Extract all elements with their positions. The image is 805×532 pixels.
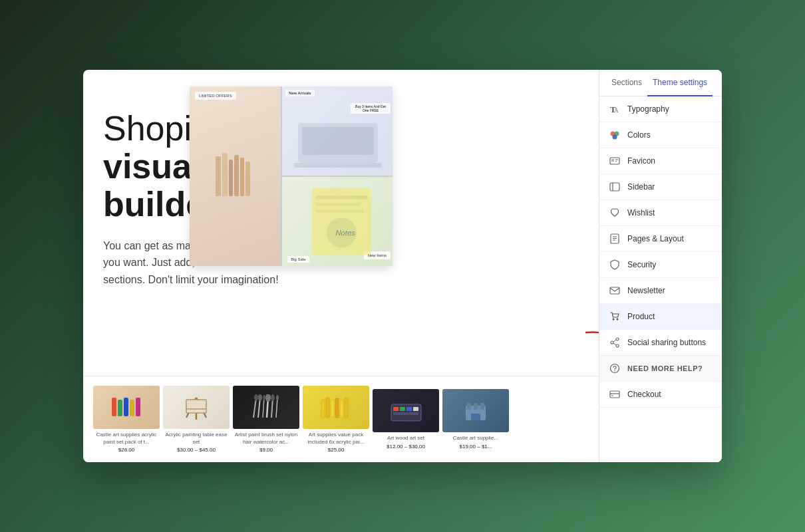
- panel-item-social-sharing[interactable]: Social sharing buttons: [599, 330, 722, 356]
- product-image-1: [93, 386, 160, 429]
- sidebar-icon: [609, 181, 621, 193]
- product-title-6: Castle art supplie...: [442, 435, 509, 442]
- product-label: Product: [627, 312, 655, 321]
- svg-rect-40: [331, 400, 334, 417]
- checkout-label: Checkout: [627, 390, 661, 399]
- product-price-4: $25.00: [303, 447, 369, 453]
- svg-line-28: [263, 398, 264, 418]
- tab-theme-settings[interactable]: Theme settings: [647, 70, 713, 96]
- svg-rect-12: [316, 209, 365, 212]
- colors-icon: [609, 129, 621, 141]
- svg-point-78: [611, 364, 619, 373]
- product-card-3[interactable]: Artist paint brush set nylon hair waterc…: [233, 386, 299, 453]
- svg-rect-7: [302, 127, 374, 155]
- laptop-illustration: [282, 86, 393, 176]
- svg-rect-80: [610, 391, 619, 398]
- panel-item-checkout[interactable]: Checkout: [599, 382, 722, 408]
- product-image-6: [442, 389, 509, 432]
- panel-item-colors[interactable]: Colors: [599, 122, 722, 148]
- svg-rect-17: [118, 400, 122, 416]
- wishlist-icon: [609, 207, 621, 219]
- right-panel: Sections Theme settings T A Typography: [599, 70, 722, 462]
- svg-point-35: [265, 394, 271, 402]
- svg-point-75: [616, 344, 619, 347]
- svg-rect-1: [222, 153, 228, 196]
- castle2-icon: [459, 398, 492, 424]
- product-title-2: Acrylic painting table ease set: [163, 432, 230, 446]
- svg-rect-49: [393, 412, 418, 415]
- svg-rect-4: [240, 158, 244, 196]
- collage-top-right: New Arrivals Buy 3 Items And Get One FRE…: [282, 86, 393, 176]
- product-price-5: $12.00 – $30.00: [373, 444, 439, 450]
- svg-rect-52: [474, 403, 478, 410]
- product-title-4: Art supplies value pack included 6x acry…: [303, 432, 369, 446]
- svg-line-77: [613, 343, 616, 345]
- svg-rect-18: [124, 398, 128, 416]
- sidebar-label: Sidebar: [627, 182, 655, 192]
- newsletter-icon: [609, 285, 621, 297]
- product-card-6[interactable]: Castle art supplie... $19.00 – $1...: [442, 389, 509, 449]
- product-icon: [609, 311, 621, 323]
- panel-item-help[interactable]: NEED MORE HELP?: [599, 356, 722, 382]
- products-bar: Castle art supplies acrylic paint set pa…: [83, 376, 599, 462]
- product-card-4[interactable]: Art supplies value pack included 6x acry…: [303, 386, 369, 453]
- art-supplies-illustration: [209, 143, 262, 209]
- svg-point-72: [617, 319, 619, 321]
- product-image-2: [163, 386, 230, 429]
- security-icon: [609, 259, 621, 271]
- svg-rect-47: [406, 407, 412, 411]
- svg-rect-53: [480, 403, 484, 410]
- panel-item-sidebar[interactable]: Sidebar: [599, 174, 722, 200]
- collage-grid: LIMITED OFFERS New Arrivals Buy 3 Items …: [190, 86, 393, 266]
- svg-point-71: [613, 319, 615, 321]
- main-card: Shopify visual builder You can get as ma…: [83, 70, 722, 462]
- svg-rect-51: [467, 403, 471, 410]
- panel-item-product[interactable]: Product: [599, 304, 722, 330]
- social-icon: [609, 336, 621, 348]
- svg-rect-82: [611, 395, 613, 396]
- product-price-3: $9.00: [233, 447, 299, 453]
- tab-sections[interactable]: Sections: [606, 70, 647, 96]
- svg-rect-24: [186, 400, 206, 413]
- product-image-5: [373, 389, 439, 432]
- svg-point-79: [614, 370, 615, 372]
- brushes-icon: [248, 394, 285, 421]
- panel-item-typography[interactable]: T A Typography: [599, 96, 722, 122]
- svg-rect-61: [611, 159, 614, 162]
- product-card-1[interactable]: Castle art supplies acrylic paint set pa…: [93, 386, 160, 453]
- svg-point-34: [263, 395, 265, 400]
- product-title-5: Art wood art set: [373, 435, 439, 442]
- easel-icon: [180, 394, 213, 421]
- favicon-label: Favicon: [627, 156, 655, 166]
- svg-text:Notes: Notes: [336, 229, 356, 237]
- badge-limited-offers: LIMITED OFFERS: [195, 92, 236, 100]
- svg-line-31: [276, 398, 277, 418]
- social-sharing-label: Social sharing buttons: [627, 338, 706, 347]
- pencils-icon: [318, 394, 355, 421]
- svg-rect-42: [340, 400, 343, 418]
- svg-rect-11: [316, 203, 361, 205]
- svg-rect-20: [136, 398, 140, 416]
- svg-point-33: [258, 394, 262, 401]
- panel-item-pages-layout[interactable]: Pages & Layout: [599, 226, 722, 252]
- svg-rect-41: [335, 398, 339, 418]
- svg-point-59: [613, 135, 617, 140]
- product-card-5[interactable]: Art wood art set $12.00 – $30.00: [373, 389, 439, 449]
- svg-rect-10: [316, 196, 368, 200]
- panel-item-security[interactable]: Security: [599, 252, 722, 278]
- panel-item-newsletter[interactable]: Newsletter: [599, 278, 722, 304]
- svg-rect-70: [610, 287, 619, 294]
- panel-item-wishlist[interactable]: Wishlist: [599, 200, 722, 226]
- notes-illustration: Notes: [282, 177, 393, 266]
- product-price-6: $19.00 – $1...: [442, 444, 509, 450]
- typography-icon: T A: [609, 103, 621, 115]
- svg-point-73: [616, 338, 619, 340]
- svg-point-37: [276, 395, 279, 400]
- panel-tabs: Sections Theme settings: [599, 70, 722, 96]
- collage-bottom-right: New Items Big Sale Notes: [282, 177, 393, 266]
- svg-rect-5: [245, 162, 250, 196]
- svg-point-36: [271, 394, 275, 401]
- panel-item-favicon[interactable]: Favicon: [599, 148, 722, 174]
- product-price-2: $30.00 – $45.00: [163, 447, 230, 453]
- product-card-2[interactable]: Acrylic painting table ease set $30.00 –…: [163, 386, 230, 453]
